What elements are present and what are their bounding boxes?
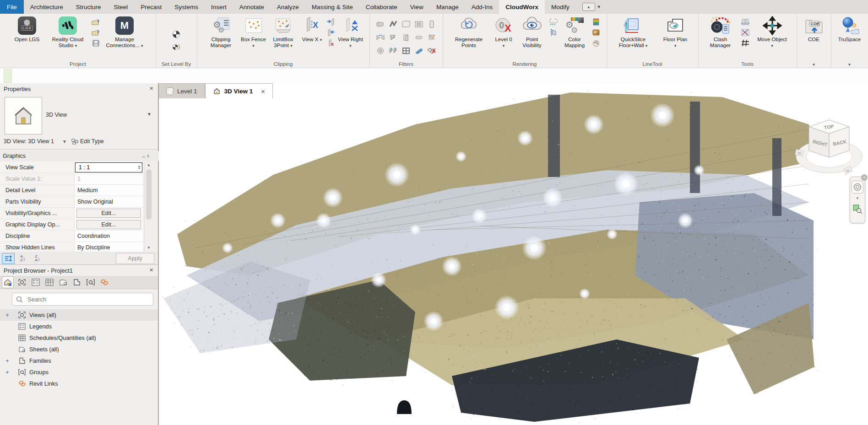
manage-connections-button[interactable]: M Manage Connections... ▾ bbox=[103, 16, 146, 48]
tab-cloudworx[interactable]: CloudWorx bbox=[499, 0, 545, 14]
close-icon[interactable]: × bbox=[149, 266, 153, 274]
tree-item-sheets[interactable]: Sheets (all) bbox=[0, 344, 158, 355]
close-tab-icon[interactable]: × bbox=[261, 87, 265, 95]
tab-modify[interactable]: Modify bbox=[545, 0, 576, 14]
view-right-button[interactable]: View Right ▾ bbox=[338, 16, 363, 48]
quickslice-floor-wall-button[interactable]: 2 QuickSlice Floor+Wall ▾ bbox=[613, 16, 653, 48]
tab-view[interactable]: View bbox=[404, 0, 430, 14]
box-duct-fitting-icon[interactable] bbox=[414, 20, 424, 29]
project-browser-header[interactable]: Project Browser - Project1 × bbox=[0, 264, 158, 276]
clipping-manager-button[interactable]: ⚙⚙ Clipping Manager bbox=[203, 16, 239, 48]
view-scale-input[interactable]: ▲▼ bbox=[75, 162, 142, 172]
point-visibility-button[interactable]: Point Visibility bbox=[518, 16, 546, 48]
move-object-button[interactable]: Move Object▾ bbox=[754, 16, 791, 48]
pipe-fitting-icon[interactable] bbox=[375, 20, 385, 29]
level-0-button[interactable]: 0X Level 0▾ bbox=[491, 16, 516, 48]
expand-icon[interactable]: + bbox=[5, 312, 10, 318]
point-density-button[interactable] bbox=[548, 28, 558, 37]
tab-annotate[interactable]: Annotate bbox=[233, 0, 271, 14]
color-mapping-button[interactable]: ⚙⚙ Color Mapping bbox=[560, 16, 589, 48]
grid-hash-button[interactable] bbox=[740, 38, 750, 48]
sort-za-button[interactable]: ZA↓ bbox=[31, 253, 44, 264]
clash-manager-button[interactable]: Clash Manager bbox=[705, 16, 737, 48]
sheets-toolbar-button[interactable] bbox=[58, 277, 69, 288]
chevron-down-icon[interactable]: ▼ bbox=[62, 139, 67, 144]
tab-systems[interactable]: Systems bbox=[168, 0, 205, 14]
property-row-discipline[interactable]: Discipline Coordination bbox=[0, 231, 143, 242]
tree-item-revit-links[interactable]: Revit Links bbox=[0, 378, 158, 389]
property-row-detail-level[interactable]: Detail Level Medium bbox=[0, 185, 143, 196]
tree-item-views[interactable]: + Views (all) bbox=[0, 309, 158, 321]
home-view-button[interactable] bbox=[2, 276, 14, 288]
tab-architecture[interactable]: Architecture bbox=[24, 0, 70, 14]
steering-wheel-button[interactable] bbox=[852, 181, 863, 194]
schedules-toolbar-button[interactable] bbox=[44, 277, 55, 288]
window-fitting-icon[interactable] bbox=[401, 46, 411, 55]
spinner-icon[interactable]: ▲▼ bbox=[138, 165, 141, 170]
beam-fitting-icon[interactable] bbox=[388, 33, 398, 42]
view-tab-3d-view-1[interactable]: 3D View 1 × bbox=[205, 83, 273, 98]
grid-fitting-icon[interactable] bbox=[427, 33, 437, 42]
families-toolbar-button[interactable] bbox=[71, 277, 82, 288]
laptop-scan-button[interactable] bbox=[740, 17, 750, 27]
valve-fitting-icon[interactable] bbox=[375, 33, 385, 42]
cylinder-fitting-icon[interactable] bbox=[427, 20, 437, 29]
zoom-region-button[interactable] bbox=[852, 204, 863, 215]
open-lgs-button[interactable]: ⬢LGS Open LGS bbox=[9, 16, 45, 43]
view-tab-level-1[interactable]: Level 1 bbox=[159, 83, 205, 98]
open-connection-button[interactable] bbox=[91, 17, 101, 27]
truspace-button[interactable]: ⚙ TruSpace bbox=[834, 16, 866, 43]
tree-item-legends[interactable]: Legends bbox=[0, 321, 158, 332]
sort-az-button[interactable]: AZ↓ bbox=[16, 253, 29, 264]
type-selector[interactable]: 3D View: 3D View 1 bbox=[4, 138, 54, 145]
clip-plane-remove-button[interactable]: x bbox=[326, 38, 336, 48]
scroll-down-icon[interactable]: ▼ bbox=[145, 246, 153, 250]
properties-scrollbar[interactable]: ▲ ▼ bbox=[144, 162, 153, 251]
ribbon-display-toggle[interactable]: ▲ ▼ bbox=[582, 0, 601, 14]
cube-body[interactable]: TOP RIGHT BACK bbox=[809, 120, 849, 157]
survey-point-button[interactable] bbox=[171, 30, 181, 39]
chevron-down-icon[interactable]: ▼ bbox=[147, 112, 152, 117]
property-row-parts-visibility[interactable]: Parts Visibility Show Original bbox=[0, 196, 143, 208]
scrollbar-thumb[interactable] bbox=[146, 169, 152, 220]
close-icon[interactable]: × bbox=[861, 174, 868, 181]
scroll-up-icon[interactable]: ▲ bbox=[145, 163, 153, 167]
tab-insert[interactable]: Insert bbox=[205, 0, 233, 14]
views-filter-button[interactable] bbox=[16, 277, 27, 288]
navigation-bar[interactable]: × ▼ bbox=[850, 177, 865, 223]
tab-massing-site[interactable]: Massing & Site bbox=[305, 0, 359, 14]
section-graphics[interactable]: Graphics ︽ ⇕ bbox=[0, 151, 161, 161]
view-x-button[interactable]: X View X ▾ bbox=[300, 16, 324, 43]
expand-icon[interactable]: + bbox=[5, 369, 10, 376]
type-preview[interactable] bbox=[5, 97, 42, 134]
tree-item-schedules[interactable]: Schedules/Quantities (all) bbox=[0, 332, 158, 344]
ramp-fitting-icon[interactable] bbox=[414, 46, 424, 55]
graphic-display-edit-button[interactable]: Edit... bbox=[76, 220, 141, 229]
tab-steel[interactable]: Steel bbox=[108, 0, 135, 14]
coe-button[interactable]: COE COE bbox=[799, 16, 829, 43]
tab-analyze[interactable]: Analyze bbox=[271, 0, 305, 14]
expand-icon[interactable]: + bbox=[5, 358, 10, 364]
groups-toolbar-button[interactable] bbox=[85, 277, 96, 288]
gasket-fitting-icon[interactable] bbox=[414, 33, 424, 42]
clip-plane-back-button[interactable] bbox=[326, 28, 336, 37]
door-fitting-icon[interactable] bbox=[401, 33, 411, 42]
flange-fitting-icon[interactable] bbox=[375, 46, 385, 55]
open-folder-button[interactable] bbox=[91, 28, 101, 37]
double-beam-fitting-icon[interactable] bbox=[388, 46, 398, 55]
chevron-down-icon[interactable]: ▼ bbox=[850, 196, 865, 200]
scan-lines-button[interactable] bbox=[740, 28, 750, 37]
link-toolbar-button[interactable] bbox=[99, 277, 110, 288]
legends-toolbar-button[interactable] bbox=[30, 277, 41, 288]
unlink-fitting-icon[interactable]: X bbox=[427, 46, 437, 55]
collapse-chevrons-icon[interactable]: ︽ ⇕ bbox=[142, 154, 150, 159]
cloud-rain-button[interactable] bbox=[548, 17, 558, 27]
tree-item-groups[interactable]: + Groups bbox=[0, 366, 158, 378]
tab-file[interactable]: File bbox=[0, 0, 24, 14]
sort-default-button[interactable] bbox=[2, 253, 15, 264]
group-expand-coe[interactable]: ▾ bbox=[797, 61, 831, 67]
tab-precast[interactable]: Precast bbox=[134, 0, 168, 14]
floor-plan-button[interactable]: Floor Plan▾ bbox=[659, 16, 691, 48]
duct-fitting-icon[interactable] bbox=[401, 20, 411, 29]
image-adjust-button[interactable] bbox=[591, 28, 601, 37]
